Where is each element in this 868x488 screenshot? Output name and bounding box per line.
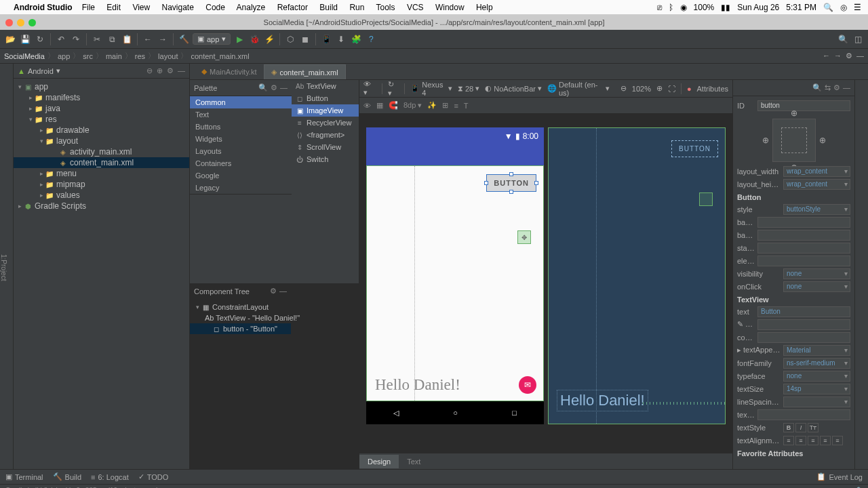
menu-vcs[interactable]: VCS — [407, 3, 424, 12]
attr-typeface-select[interactable]: none — [783, 371, 850, 382]
api-selector[interactable]: ⧗ 28 ▾ — [458, 84, 479, 93]
layout-inspector-icon[interactable]: 🧩 — [350, 33, 362, 45]
menu-file[interactable]: File — [82, 3, 95, 12]
blueprint-preview[interactable]: BUTTON Hello Daniel! — [548, 127, 726, 424]
palette-item-textview[interactable]: AbAb TextViewTextView — [292, 80, 359, 92]
attr-contentdescr-input[interactable] — [757, 332, 850, 343]
attach-icon[interactable]: ⬡ — [284, 33, 296, 45]
settings-split-icon[interactable]: ◫ — [852, 33, 864, 45]
tab-content-main[interactable]: ◈content_main.xml — [264, 64, 345, 79]
menu-build[interactable]: Build — [319, 3, 338, 12]
crumb-app[interactable]: app — [58, 52, 70, 60]
zoom-out-button[interactable]: ⊖ — [620, 84, 627, 93]
align-start[interactable]: ≡ — [783, 436, 794, 445]
run-config-selector[interactable]: ▣ app ▾ — [193, 33, 231, 45]
close-window-button[interactable] — [5, 19, 13, 26]
tree-res[interactable]: ▾📁res — [14, 114, 189, 125]
textstyle-italic[interactable]: I — [795, 423, 806, 432]
guideline-icon[interactable]: T — [464, 102, 469, 110]
palette-cat-text[interactable]: Text — [190, 108, 292, 121]
view-mode-selector[interactable]: 👁 ▾ — [363, 80, 376, 97]
rail-project[interactable]: 1:Project — [0, 254, 7, 281]
handle-w[interactable] — [484, 181, 488, 185]
bottom-build[interactable]: 🔨 Build — [53, 472, 81, 481]
attr-statelist-input[interactable] — [757, 243, 850, 253]
margin-selector[interactable]: 8dp ▾ — [403, 101, 422, 110]
constraint-left-plus[interactable]: ⊕ — [762, 136, 769, 145]
attr-id-input[interactable] — [757, 100, 850, 111]
attr-onclick-select[interactable]: none — [783, 281, 850, 292]
attr-textcolor-input[interactable] — [757, 409, 850, 420]
palette-cat-containers[interactable]: Containers — [190, 157, 292, 169]
search-icon[interactable]: 🔍 — [837, 33, 849, 45]
ct-gear-icon[interactable]: ⚙ — [270, 287, 277, 296]
forward-icon[interactable]: → — [157, 33, 169, 45]
palette-item-imageview[interactable]: ▣ImageView — [292, 104, 359, 117]
attr-linespacing-select[interactable] — [783, 396, 850, 407]
profile-icon[interactable]: ⚡ — [263, 33, 275, 45]
date[interactable]: Sun Aug 26 — [737, 3, 779, 12]
menu-window[interactable]: Window — [435, 3, 465, 12]
help-icon[interactable]: ? — [365, 33, 377, 45]
constraint-top-plus[interactable]: ⊕ — [791, 108, 797, 118]
run-icon[interactable]: ▶ — [233, 33, 245, 45]
gear-icon[interactable]: ⚙ — [846, 52, 852, 60]
ct-textview[interactable]: Ab TextView - "Hello Daniel!" — [190, 312, 291, 323]
crumb-src[interactable]: src — [83, 52, 93, 60]
attributes-toggle[interactable]: Attributes — [697, 85, 728, 93]
attr-fontfamily-select[interactable]: ns-serif-medium — [783, 358, 850, 369]
tab-design[interactable]: Design — [359, 455, 399, 468]
constraint-widget[interactable]: ⊕ ⊕ ⊕ ⊕ — [772, 119, 816, 162]
textstyle-caps[interactable]: Tᴛ — [808, 423, 818, 432]
textstyle-bold[interactable]: B — [783, 423, 794, 432]
pack-icon[interactable]: ⊞ — [442, 101, 448, 110]
palette-gear-icon[interactable]: ⚙ — [271, 83, 277, 92]
bp-imageview[interactable] — [699, 192, 713, 206]
bp-hello[interactable]: Hello Daniel! — [557, 390, 648, 411]
attr-elevation-input[interactable] — [757, 256, 850, 266]
bottom-logcat[interactable]: ≡ 6: Logcat — [91, 473, 129, 481]
handle-s[interactable] — [509, 190, 513, 194]
tree-mipmap[interactable]: ▸📁mipmap — [14, 179, 189, 190]
zoom-in-button[interactable]: ⊕ — [656, 84, 663, 93]
tree-java[interactable]: ▸📁java — [14, 103, 189, 114]
notif-icon[interactable]: ☰ — [854, 3, 861, 12]
gear-icon[interactable]: ⚙ — [167, 66, 174, 75]
crumb-layout[interactable]: layout — [158, 52, 178, 60]
zoom-window-button[interactable] — [28, 19, 36, 26]
palette-cat-google[interactable]: Google — [190, 169, 292, 182]
wifi-icon[interactable]: ◉ — [680, 3, 687, 12]
attr-text-input[interactable] — [757, 306, 850, 317]
orientation-selector[interactable]: ↻ ▾ — [388, 80, 399, 98]
redo-icon[interactable]: ↷ — [70, 33, 82, 45]
attr-textappearance-select[interactable]: Material — [783, 345, 850, 356]
crumb-project[interactable]: SocialMedia — [4, 52, 45, 60]
attr-height-select[interactable]: wrap_content — [783, 179, 850, 190]
palette-item-switch[interactable]: ⏻Switch — [292, 153, 359, 165]
design-surface-icon[interactable]: ▦ — [376, 101, 383, 110]
palette-item-recyclerview[interactable]: ≡RecyclerView — [292, 117, 359, 129]
bottom-terminal[interactable]: ▣ Terminal — [5, 472, 43, 481]
expand-icon[interactable]: ⊕ — [157, 66, 163, 75]
palette-cat-widgets[interactable]: Widgets — [190, 133, 292, 145]
constraint-right-plus[interactable]: ⊕ — [819, 136, 826, 145]
attr-textsize-select[interactable]: 14sp — [783, 384, 850, 394]
menu-edit[interactable]: Edit — [106, 3, 121, 12]
attrs-hide-icon[interactable]: — — [843, 83, 850, 92]
palette-cat-common[interactable]: Common — [190, 96, 292, 108]
tree-gradle[interactable]: ▸⬢Gradle Scripts — [14, 201, 189, 211]
sync-icon[interactable]: ↻ — [34, 33, 46, 45]
palette-item-button[interactable]: ◻Button — [292, 92, 359, 104]
battery-pct[interactable]: 100% — [694, 3, 715, 12]
crumb-main[interactable]: main — [106, 52, 122, 60]
crumb-file[interactable]: content_main.xml — [191, 52, 249, 60]
siri-icon[interactable]: ◎ — [840, 3, 847, 12]
attrs-search-icon[interactable]: 🔍 — [812, 83, 822, 92]
handle-n[interactable] — [509, 172, 513, 176]
palette-item-scrollview[interactable]: ⇕ScrollView — [292, 141, 359, 153]
stop-icon[interactable]: ◼ — [299, 33, 311, 45]
tree-drawable[interactable]: ▸📁drawable — [14, 125, 189, 136]
ct-hide-icon[interactable]: — — [279, 287, 287, 296]
paste-icon[interactable]: 📋 — [121, 33, 133, 45]
attr-style-select[interactable]: buttonStyle — [783, 204, 850, 215]
